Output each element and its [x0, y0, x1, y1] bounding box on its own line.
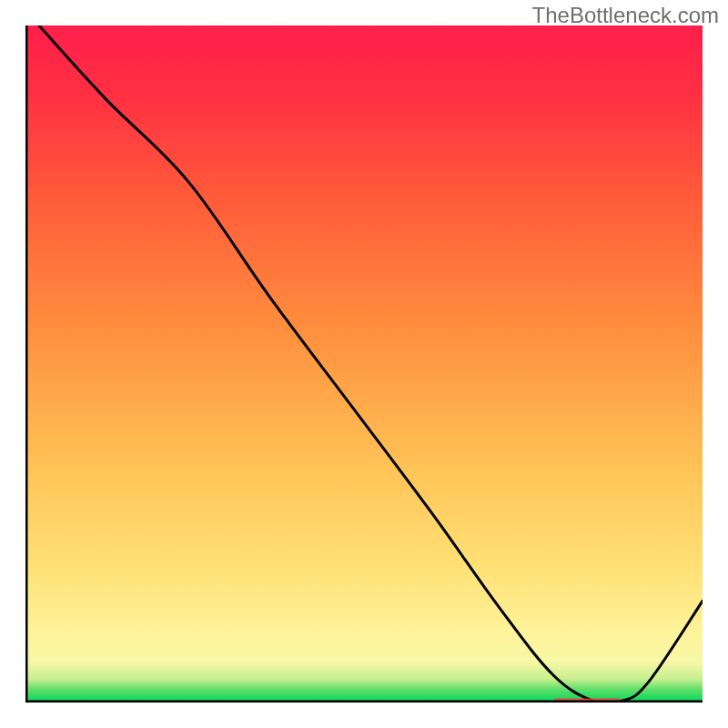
bottleneck-chart [25, 25, 703, 703]
chart-container: TheBottleneck.com [0, 0, 728, 728]
plot-area [25, 25, 703, 703]
gradient-background [25, 25, 703, 703]
watermark-text: TheBottleneck.com [532, 3, 719, 28]
